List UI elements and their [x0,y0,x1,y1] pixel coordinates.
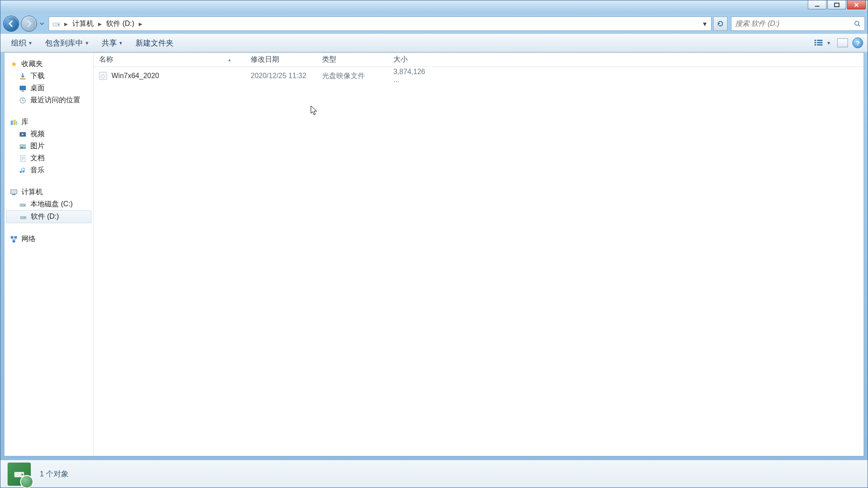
close-button[interactable] [847,0,866,9]
sidebar-computer[interactable]: 计算机 [4,186,93,198]
svg-point-26 [24,204,25,205]
drive-icon [19,213,27,221]
address-dropdown[interactable]: ▾ [699,20,710,28]
svg-rect-23 [11,190,17,194]
file-list[interactable]: ◌ Win7x64_2020 2020/12/25 11:32 光盘映像文件 3… [94,67,864,456]
network-icon [10,235,18,243]
sidebar-libraries[interactable]: 库 [4,116,93,128]
share-menu[interactable]: 共享▼ [95,34,129,52]
sidebar-item-downloads[interactable]: 下载 [4,70,93,82]
svg-point-4 [58,24,59,25]
preview-pane-button[interactable] [837,38,848,47]
breadcrumb-current[interactable]: 软件 (D:) [103,17,137,30]
svg-rect-1 [835,3,839,7]
drive-icon [19,200,27,209]
svg-rect-11 [817,44,823,46]
svg-rect-30 [14,236,17,238]
svg-rect-24 [12,194,16,195]
svg-rect-6 [814,40,816,41]
video-icon [19,130,27,138]
navigation-row: ▸ 计算机 ▸ 软件 (D:) ▸ ▾ [0,14,868,33]
sidebar-item-videos[interactable]: 视频 [4,128,93,140]
search-icon[interactable] [854,20,861,27]
search-box[interactable] [731,17,865,31]
svg-rect-12 [20,78,25,79]
back-button[interactable] [3,16,19,32]
svg-rect-18 [16,121,17,125]
svg-rect-7 [817,40,823,41]
column-headers: 名称 ▴ 修改日期 类型 大小 [94,53,864,67]
toolbar: 组织▼ 包含到库中▼ 共享▼ 新建文件夹 ▼ ? [0,33,868,52]
svg-rect-16 [11,121,13,125]
svg-rect-14 [21,91,24,92]
drive-status-icon [8,463,31,486]
breadcrumb-separator[interactable]: ▸ [137,20,144,28]
svg-rect-17 [13,120,16,125]
column-date[interactable]: 修改日期 [245,53,317,67]
iso-file-icon: ◌ [99,72,107,80]
file-name: Win7x64_2020 [112,72,159,80]
star-icon: ★ [10,60,18,68]
recent-icon [19,96,27,104]
column-name[interactable]: 名称 ▴ [94,53,245,67]
content-pane: 名称 ▴ 修改日期 类型 大小 ◌ Win7x64_2020 2020/12/2… [94,53,864,456]
sidebar-item-pictures[interactable]: 图片 [4,140,93,152]
svg-rect-31 [12,240,15,242]
column-size[interactable]: 大小 [388,53,437,67]
sort-indicator-icon: ▴ [228,57,231,62]
new-folder-button[interactable]: 新建文件夹 [129,34,180,52]
breadcrumb-separator[interactable]: ▸ [96,20,103,28]
sidebar-favorites[interactable]: ★ 收藏夹 [4,58,93,70]
sidebar-item-drive-c[interactable]: 本地磁盘 (C:) [4,198,93,210]
file-date: 2020/12/25 11:32 [245,72,317,80]
nav-history-dropdown[interactable] [39,17,45,31]
library-icon [10,118,18,126]
svg-point-33 [21,474,23,475]
svg-rect-13 [20,86,26,90]
svg-point-28 [25,217,25,218]
drive-icon [52,19,61,28]
search-input[interactable] [735,20,854,28]
column-type[interactable]: 类型 [317,53,388,67]
music-icon [19,167,27,175]
sidebar-item-recent[interactable]: 最近访问的位置 [4,94,93,106]
navigation-pane: ★ 收藏夹 下载 桌面 最近访问的位置 [4,53,94,456]
include-in-library-menu[interactable]: 包含到库中▼ [39,34,95,52]
status-bar: 1 个对象 [0,460,868,488]
explorer-window: ▸ 计算机 ▸ 软件 (D:) ▸ ▾ 组织▼ 包含到库中▼ 共享▼ 新建文件夹 [0,0,868,488]
svg-rect-0 [815,6,819,7]
documents-icon [19,154,27,163]
refresh-button[interactable] [713,17,727,31]
desktop-icon [19,84,27,92]
sidebar-item-desktop[interactable]: 桌面 [4,82,93,94]
address-bar[interactable]: ▸ 计算机 ▸ 软件 (D:) ▸ ▾ [49,17,711,31]
pictures-icon [19,142,27,150]
svg-rect-8 [814,42,816,43]
svg-point-5 [855,21,859,25]
file-size: 3,874,126 ... [388,68,437,84]
titlebar[interactable] [0,0,868,14]
breadcrumb-computer[interactable]: 计算机 [70,17,96,30]
svg-rect-9 [817,42,823,43]
organize-menu[interactable]: 组织▼ [5,34,39,52]
sidebar-item-music[interactable]: 音乐 [4,164,93,176]
file-row[interactable]: ◌ Win7x64_2020 2020/12/25 11:32 光盘映像文件 3… [94,69,864,83]
svg-rect-29 [11,236,13,238]
sidebar-item-drive-d[interactable]: 软件 (D:) [6,210,91,223]
computer-icon [10,188,18,196]
minimize-button[interactable] [808,0,827,9]
file-type: 光盘映像文件 [317,71,388,81]
svg-point-21 [21,145,22,146]
sidebar-item-documents[interactable]: 文档 [4,152,93,164]
breadcrumb-separator[interactable]: ▸ [62,20,70,28]
forward-button[interactable] [21,16,37,32]
status-text: 1 个对象 [40,469,69,479]
view-options-button[interactable]: ▼ [812,37,833,49]
help-button[interactable]: ? [852,38,863,48]
maximize-button[interactable] [827,0,846,9]
sidebar-network[interactable]: 网络 [4,233,93,245]
svg-rect-10 [814,44,816,46]
downloads-icon [19,72,27,80]
